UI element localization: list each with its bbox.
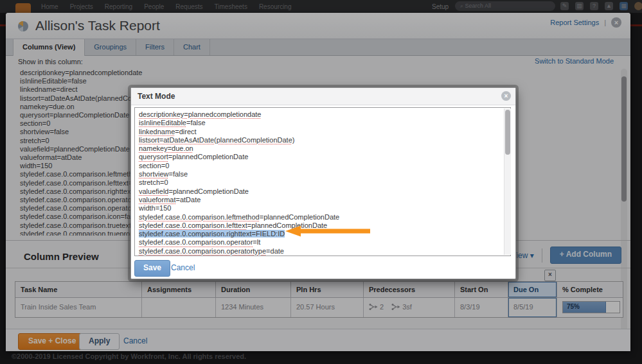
selected-text: styledef.case.0.comparison.righttext=FIE… xyxy=(139,230,285,238)
textmode-line: styledef.case.0.comparison.leftmethod=pl… xyxy=(139,213,506,221)
misspelled-text: styledef.case.0.comparison.operator xyxy=(139,238,253,246)
misspelled-text: namekey=due.on xyxy=(139,144,193,152)
textmode-line: isInlineEditable=false xyxy=(139,119,506,127)
textmode-line: styledef.case.0.comparison.operatortype=… xyxy=(139,247,506,256)
misspelled-text: styledef.case.0.comparison.lefttext xyxy=(139,221,247,229)
misspelled-text: isInlineEditable xyxy=(139,119,186,126)
textmode-line: width=150 xyxy=(139,204,506,212)
textarea-scrollbar[interactable] xyxy=(504,108,511,255)
dialog-cancel-link[interactable]: Cancel xyxy=(171,263,195,272)
annotation-arrow xyxy=(285,225,370,237)
misspelled-text: valueformat xyxy=(139,196,175,204)
misspelled-text: linkedname xyxy=(139,128,175,135)
textmode-line: stretch=0 xyxy=(139,178,506,187)
misspelled-text: valuefield xyxy=(139,187,168,195)
dialog-title: Text Mode xyxy=(138,92,175,101)
misspelled-text: querysort xyxy=(139,153,168,160)
textmode-line: querysort=plannedCompletionDate xyxy=(139,153,506,161)
textmode-line: valuefield=plannedCompletionDate xyxy=(139,187,506,196)
dialog-save-button[interactable]: Save xyxy=(134,260,170,277)
textmode-line: listsort=atDateAsAtDate(plannedCompletio… xyxy=(139,136,506,144)
misspelled-text: shortview xyxy=(139,170,168,178)
misspelled-text: styledef.case.0.comparison.leftmethod xyxy=(139,213,260,221)
misspelled-text: styledef.case.0.comparison.operatortype xyxy=(139,247,266,255)
textmode-line: styledef.case.0.comparison.operator=lt xyxy=(139,238,506,247)
text-mode-dialog: Text Mode × descriptionkey=plannedcomple… xyxy=(130,87,516,279)
textmode-line: descriptionkey=plannedcompletiondate xyxy=(139,110,506,119)
misspelled-text: listsort=atDateAsAtDate(plannedCompletio… xyxy=(139,136,294,144)
textmode-line: section=0 xyxy=(139,162,506,170)
dialog-close-icon[interactable]: × xyxy=(501,91,511,101)
dialog-titlebar: Text Mode × xyxy=(131,88,515,105)
textmode-line: namekey=due.on xyxy=(139,144,506,153)
textmode-line: valueformat=atDate xyxy=(139,196,506,204)
textmode-line: linkedname=direct xyxy=(139,128,506,136)
screen: HomeProjectsReportingPeopleRequestsTimes… xyxy=(0,0,642,364)
textmode-line: shortview=false xyxy=(139,170,506,178)
textarea-scrollbar-thumb[interactable] xyxy=(505,110,510,155)
misspelled-text: descriptionkey=plannedcompletiondate xyxy=(139,110,262,118)
